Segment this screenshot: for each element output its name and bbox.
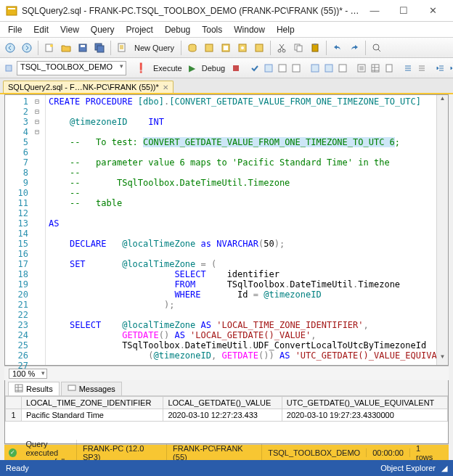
cancel-query-button[interactable] — [230, 61, 242, 75]
fold-column[interactable]: ⊟ ⊟ ⊟ ⊟ — [31, 95, 43, 365]
paste-button[interactable] — [308, 41, 322, 55]
database-dropdown[interactable]: TSQL_TOOLBOX_DEMO — [17, 61, 126, 75]
cut-button[interactable] — [274, 41, 289, 55]
svg-rect-24 — [6, 65, 12, 71]
cell[interactable]: 2020-03-10 19:27:23.4330000 — [282, 409, 447, 422]
sqlcmd-mode-button[interactable] — [337, 61, 348, 75]
undo-button[interactable] — [330, 41, 345, 55]
toolbar-separator — [326, 41, 327, 55]
zoom-dropdown[interactable]: 100 % — [9, 369, 47, 379]
back-button[interactable] — [3, 41, 17, 55]
resize-grip-icon[interactable]: ◢ — [441, 464, 447, 473]
svg-point-2 — [6, 44, 15, 52]
svg-rect-26 — [265, 65, 272, 72]
copy-button[interactable] — [291, 41, 306, 55]
menu-debug[interactable]: Debug — [160, 23, 195, 36]
menu-help[interactable]: Help — [272, 23, 300, 36]
column-header[interactable]: LOCAL_TIME_ZONE_IDENTIFIER — [22, 397, 163, 409]
status-login: FRANK-PC\FRANK (55) — [167, 444, 262, 461]
execute-button[interactable]: Execute — [150, 64, 185, 73]
intellisense-button[interactable] — [290, 61, 302, 75]
grid-icon — [15, 384, 23, 394]
cell[interactable]: Pacific Standard Time — [22, 409, 163, 422]
menu-window[interactable]: Window — [229, 23, 270, 36]
increase-indent-button[interactable] — [449, 61, 453, 75]
status-panel: Object Explorer — [380, 464, 436, 472]
window-titlebar: SQLQuery2.sql - FRANK-PC.TSQL_TOOLBOX_DE… — [0, 0, 453, 22]
code-area[interactable]: CREATE PROCEDURE [dbo].[CONVERT_GETDATE_… — [46, 95, 448, 365]
svg-rect-28 — [293, 65, 300, 72]
results-tab-label: Results — [26, 385, 53, 393]
connect-button[interactable] — [3, 61, 15, 75]
window-close-button[interactable]: ✕ — [418, 2, 447, 20]
code-editor[interactable]: 1234567891011121314151617181920212223242… — [4, 94, 449, 366]
include-plan-button[interactable] — [309, 61, 321, 75]
query-options-button[interactable] — [277, 61, 288, 75]
menu-file[interactable]: File — [3, 23, 27, 36]
results-tab[interactable]: Results — [8, 382, 60, 395]
results-file-button[interactable] — [383, 61, 395, 75]
window-minimize-button[interactable]: — — [360, 2, 389, 20]
menu-tools[interactable]: Tools — [197, 23, 227, 36]
svg-rect-0 — [7, 7, 17, 15]
results-grid-button[interactable] — [370, 61, 381, 75]
svg-rect-30 — [325, 65, 332, 72]
dmx-query-icon[interactable] — [235, 41, 250, 55]
menu-query[interactable]: Query — [86, 23, 120, 36]
decrease-indent-button[interactable] — [435, 61, 446, 75]
svg-rect-9 — [97, 46, 104, 52]
scroll-up-icon[interactable]: ▲ — [437, 95, 448, 107]
column-header[interactable]: UTC_GETDATE()_VALUE_EQUIVALENT — [282, 397, 447, 409]
close-tab-icon[interactable]: ✕ — [163, 83, 168, 91]
status-elapsed: 00:00:00 — [367, 448, 410, 457]
results-grid[interactable]: LOCAL_TIME_ZONE_IDENTIFIERLOCAL_GETDATE(… — [5, 396, 448, 443]
window-maximize-button[interactable]: ☐ — [389, 2, 418, 20]
document-tab-label: SQLQuery2.sql - F…NK-PC\FRANK (55))* — [8, 83, 159, 91]
scroll-down-icon[interactable]: ▼ — [437, 353, 448, 365]
status-rowcount: 1 rows — [410, 444, 444, 461]
menu-project[interactable]: Project — [121, 23, 158, 36]
open-file-button[interactable] — [59, 41, 73, 55]
menu-view[interactable]: View — [55, 23, 84, 36]
redo-button[interactable] — [347, 41, 362, 55]
vertical-scrollbar[interactable]: ▲ ▼ — [436, 95, 448, 365]
debug-button[interactable]: Debug — [199, 64, 228, 73]
document-tab-strip: SQLQuery2.sql - F…NK-PC\FRANK (55))* ✕ — [0, 78, 453, 94]
mdx-query-icon[interactable] — [219, 41, 233, 55]
svg-rect-7 — [81, 45, 85, 47]
forward-button[interactable] — [20, 41, 34, 55]
results-text-button[interactable] — [356, 61, 367, 75]
svg-point-3 — [23, 44, 31, 52]
results-tab-strip: Results Messages — [5, 380, 448, 396]
table-row[interactable]: 1Pacific Standard Time2020-03-10 12:27:2… — [6, 409, 448, 422]
results-panel: Results Messages LOCAL_TIME_ZONE_IDENTIF… — [4, 380, 449, 444]
engine-query-icon[interactable] — [185, 41, 200, 55]
cell[interactable]: 2020-03-10 12:27:23.433 — [163, 409, 282, 422]
new-project-button[interactable] — [42, 41, 57, 55]
svg-rect-16 — [256, 44, 263, 52]
parse-button[interactable] — [249, 61, 261, 75]
query-status-bar: ✓ Query executed successfully. FRANK-PC … — [4, 444, 449, 460]
uncomment-button[interactable] — [416, 61, 428, 75]
find-button[interactable] — [370, 41, 384, 55]
include-stats-button[interactable] — [323, 61, 335, 75]
menu-edit[interactable]: Edit — [28, 23, 54, 36]
analysis-query-icon[interactable] — [202, 41, 216, 55]
comment-button[interactable] — [402, 61, 414, 75]
save-all-button[interactable] — [92, 41, 107, 55]
svg-rect-12 — [205, 44, 213, 52]
toolbar-separator — [270, 41, 271, 55]
new-query-label[interactable]: New Query — [131, 44, 177, 52]
document-tab[interactable]: SQLQuery2.sql - F…NK-PC\FRANK (55))* ✕ — [3, 81, 174, 93]
new-query-icon[interactable] — [115, 41, 129, 55]
messages-tab[interactable]: Messages — [61, 382, 122, 395]
estimated-plan-button[interactable] — [263, 61, 274, 75]
toolbar-separator — [38, 41, 38, 55]
save-button[interactable] — [76, 41, 90, 55]
sql-editor-toolbar: TSQL_TOOLBOX_DEMO ❗ Execute ▶ Debug — [0, 58, 453, 78]
column-header[interactable]: LOCAL_GETDATE()_VALUE — [163, 397, 282, 409]
standard-toolbar: New Query — [0, 38, 453, 58]
xmla-query-icon[interactable] — [252, 41, 266, 55]
editor-footer: 100 % — [4, 366, 449, 380]
execute-icon: ❗ — [135, 62, 147, 73]
